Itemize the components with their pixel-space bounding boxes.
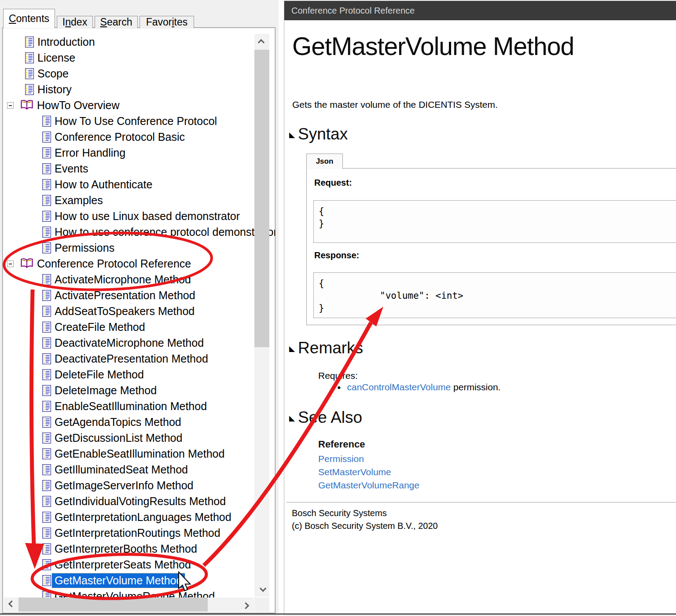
topic-titlebar: Conference Protocol Reference <box>284 1 676 20</box>
vertical-scrollbar[interactable] <box>254 34 269 597</box>
tree-item-label: How To Use Conference Protocol <box>55 115 217 128</box>
tree-item[interactable]: GetInterpretationLanguages Method <box>3 509 275 525</box>
see-also-link[interactable]: GetMasterVolumeRange <box>318 479 419 492</box>
tree-item-label: EnableSeatIllumination Method <box>55 400 207 413</box>
tree-item[interactable]: How to use Linux based demonstrator <box>3 208 275 224</box>
tree-item[interactable]: GetDiscussionList Method <box>3 430 275 446</box>
section-title: Remarks <box>298 339 363 357</box>
tree-item[interactable]: AddSeatToSpeakers Method <box>3 303 275 319</box>
tab-search[interactable]: Search <box>95 16 138 28</box>
vertical-scroll-thumb[interactable] <box>254 50 269 347</box>
document-icon <box>42 401 51 412</box>
book-icon <box>20 258 33 269</box>
tree-item[interactable]: Conference Protocol Reference <box>3 256 275 271</box>
tab-label: dex <box>71 16 87 28</box>
section-collapse-icon: ◣ <box>289 131 295 139</box>
tree-item[interactable]: ActivateMicrophone Method <box>3 271 275 287</box>
see-also-link[interactable]: Permission <box>318 452 419 466</box>
tab-contents[interactable]: Contents <box>3 9 55 28</box>
document-icon <box>42 306 51 317</box>
tree-item[interactable]: License <box>3 50 275 66</box>
topic-titlebar-text: Conference Protocol Reference <box>291 6 415 16</box>
tree-item[interactable]: HowTo Overview <box>3 97 275 113</box>
json-tab-label: Json <box>316 157 334 166</box>
document-icon <box>25 52 34 63</box>
tree-item-label: Permissions <box>55 242 114 254</box>
tree-item-label: History <box>37 83 72 96</box>
tree-item[interactable]: GetInterpreterBooths Method <box>3 541 275 557</box>
book-icon <box>20 99 33 111</box>
document-icon <box>42 480 51 491</box>
tree-item[interactable]: GetInterpreterSeats Method <box>3 557 275 572</box>
tree-item[interactable]: GetMasterVolume Method <box>3 572 275 588</box>
tree-item[interactable]: DeactivatePresentation Method <box>3 351 275 367</box>
tree-item-label: GetEnableSeatIllumination Method <box>55 447 224 460</box>
panel-divider[interactable] <box>279 0 284 616</box>
tree-item-label: GetInterpretationLanguages Method <box>55 511 231 524</box>
tree-item[interactable]: Permissions <box>3 240 275 256</box>
tree-item[interactable]: GetIndividualVotingResults Method <box>3 493 275 509</box>
tree-item[interactable]: Events <box>3 161 275 176</box>
tree-expander-minus[interactable] <box>7 260 14 267</box>
remarks-heading[interactable]: ◣Remarks <box>289 339 363 357</box>
tree-expander-minus[interactable] <box>7 102 14 109</box>
tree-item-label: How to Authenticate <box>55 178 152 191</box>
document-icon <box>25 84 34 95</box>
tree-item[interactable]: How To Use Conference Protocol <box>3 113 275 129</box>
document-icon <box>42 147 51 158</box>
tree-item[interactable]: DeactivateMicrophone Method <box>3 335 275 351</box>
tree-item[interactable]: DeleteImage Method <box>3 382 275 398</box>
tree-item[interactable]: ActivatePresentation Method <box>3 287 275 303</box>
tree-item-label: Examples <box>55 194 103 207</box>
footer: Bosch Security Systems (c) Bosch Securit… <box>292 507 438 532</box>
tree-item[interactable]: Introduction <box>3 34 275 50</box>
scroll-up-button[interactable] <box>254 34 269 49</box>
response-code: { "volume": <int> } <box>314 273 676 314</box>
tree-item[interactable]: How to use conference protocol demonstra… <box>3 224 275 240</box>
see-also-link[interactable]: SetMasterVolume <box>318 466 419 479</box>
scroll-right-button[interactable] <box>239 598 254 612</box>
permission-link[interactable]: canControlMasterVolume <box>347 382 451 392</box>
tree-item-label: DeleteImage Method <box>55 384 157 397</box>
document-icon <box>42 433 51 444</box>
tree-item[interactable]: GetIlluminatedSeat Method <box>3 462 275 477</box>
document-icon <box>42 448 51 459</box>
see-also-heading[interactable]: ◣See Also <box>289 408 362 427</box>
tree-item-label: Events <box>55 162 88 175</box>
tree-item[interactable]: Conference Protocol Basic <box>3 129 275 145</box>
tree-item[interactable]: Error Handling <box>3 145 275 161</box>
tree-item-label: How to use Linux based demonstrator <box>55 210 240 223</box>
tab-index[interactable]: Index <box>57 16 93 28</box>
response-code-box: { "volume": <int> } <box>313 272 676 318</box>
tree-item[interactable]: GetEnableSeatIllumination Method <box>3 446 275 462</box>
scroll-down-button[interactable] <box>254 582 269 597</box>
tree-item[interactable]: EnableSeatIllumination Method <box>3 398 275 414</box>
tree-item-label: GetAgendaTopics Method <box>55 416 181 429</box>
tree-item-label: Conference Protocol Basic <box>55 131 185 143</box>
document-icon <box>42 464 51 475</box>
horizontal-scrollbar[interactable] <box>3 598 254 612</box>
horizontal-scroll-thumb[interactable] <box>18 598 208 612</box>
tab-label: S <box>100 16 107 28</box>
syntax-heading[interactable]: ◣Syntax <box>289 125 348 143</box>
tree-item[interactable]: Examples <box>3 192 275 208</box>
tree-item[interactable]: How to Authenticate <box>3 176 275 192</box>
tree-item[interactable]: GetImageServerInfo Method <box>3 477 275 493</box>
tree-item[interactable]: CreateFile Method <box>3 319 275 335</box>
scroll-left-button[interactable] <box>3 598 18 612</box>
tree-item[interactable]: GetAgendaTopics Method <box>3 414 275 430</box>
chevron-right-icon <box>242 602 249 609</box>
document-icon <box>42 290 51 301</box>
json-tab[interactable]: Json <box>306 154 343 169</box>
tree-item[interactable]: DeleteFile Method <box>3 367 275 382</box>
tab-favorites[interactable]: Favorites <box>140 16 194 28</box>
document-icon <box>42 575 51 586</box>
tree-item[interactable]: Scope <box>3 66 275 81</box>
tree-item-label: How to use conference protocol demonstra… <box>55 226 276 238</box>
reference-group-label: Reference <box>318 439 365 450</box>
tree-item[interactable]: History <box>3 81 275 97</box>
requires-bullet-item: canControlMasterVolume permission. <box>337 382 500 392</box>
topic-content: GetMasterVolume Method Gets the master v… <box>284 20 676 613</box>
tree-item-label: GetImageServerInfo Method <box>55 479 193 492</box>
tree-item[interactable]: GetInterpretationRoutings Method <box>3 525 275 541</box>
